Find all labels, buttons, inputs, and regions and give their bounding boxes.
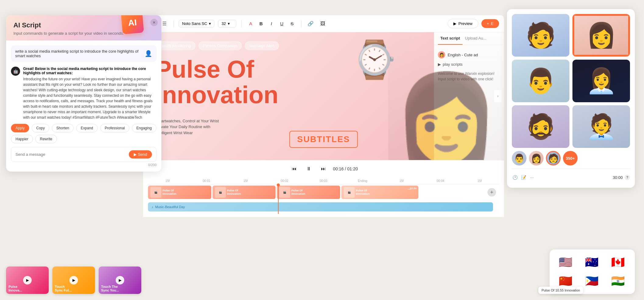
action-buttons: Apply Copy Shorten Expand Professional E…: [11, 124, 157, 143]
more-icon[interactable]: ···: [529, 174, 535, 180]
avatars-panel: 🧑 👩 👨 👩‍💼 🧔 🧑‍💼: [507, 9, 635, 188]
play-icon-sm: ▶: [453, 21, 456, 26]
avatar-mini-3[interactable]: 🧑: [546, 151, 561, 166]
ai-response-block: 🤖 Great! Below is the social media marke…: [11, 67, 157, 120]
video-main-text: Pulse Of Innovation: [155, 57, 278, 108]
happier-button[interactable]: Happier: [11, 135, 33, 143]
thumbnails-strip: ▶ PulseInnova... ▶ TouchSync Fut... ▶ To…: [6, 267, 141, 294]
clip-menu-btn[interactable]: ···: [408, 187, 411, 192]
export-button[interactable]: + E: [481, 19, 499, 28]
flag-ph[interactable]: 🇵🇭: [581, 273, 603, 289]
chevron-down-icon: ▾: [209, 21, 211, 26]
ruler-mark-1: 00:01: [187, 179, 226, 183]
engaging-button[interactable]: Engaging: [132, 124, 157, 132]
pause-button[interactable]: ⏸: [304, 164, 314, 174]
play-icon-2[interactable]: ▶: [69, 276, 78, 284]
ai-script-header: AI AI Script Input commands to generate …: [6, 15, 161, 40]
font-selector[interactable]: Noto Sans SC ▾: [179, 20, 214, 27]
avatar-card-5[interactable]: 🧔: [512, 105, 569, 148]
avatar-figure-3: 👨: [526, 67, 556, 95]
help-icon: ?: [625, 175, 630, 180]
copy-button[interactable]: Copy: [32, 124, 49, 132]
professional-button[interactable]: Professional: [100, 124, 129, 132]
clip-2[interactable]: 🎬 Pulse OfInnovation: [277, 186, 340, 199]
avatar-figure-1: 🧑: [526, 21, 556, 50]
list-tool[interactable]: ☰: [160, 19, 169, 28]
avatar-card-4[interactable]: 👩‍💼: [572, 60, 630, 102]
underline-btn[interactable]: U: [277, 19, 286, 28]
thumbnail-1[interactable]: ▶ PulseInnova...: [6, 267, 49, 294]
bold-btn[interactable]: B: [257, 19, 265, 28]
avatar-count-badge[interactable]: 350+: [563, 151, 578, 166]
ai-icon: AI: [121, 15, 144, 34]
italic-btn[interactable]: I: [267, 19, 276, 28]
subtitles-box[interactable]: SUBTITLES: [289, 131, 358, 148]
video-subtitle: Smartwatches, Control at Your Wrist Elev…: [155, 118, 219, 136]
skip-back-button[interactable]: ⏮: [289, 164, 299, 174]
send-input[interactable]: [16, 152, 126, 157]
next-arrow[interactable]: ›: [494, 90, 501, 102]
strikethrough-btn[interactable]: S: [288, 19, 296, 28]
thumb-label-2: TouchSync Fut...: [55, 285, 72, 292]
format-buttons: A B I U S: [246, 19, 296, 28]
toolbar-actions: ▶ Preview + E: [448, 19, 499, 28]
user-icon: 👤: [145, 50, 152, 57]
time-display: 00:16 / 01:20: [333, 166, 358, 171]
add-track-button[interactable]: +: [487, 188, 496, 197]
clip-label-1: Pulse OfInnovation: [227, 189, 241, 196]
char-count: 0/200: [11, 163, 157, 167]
caption-icon: 📝: [520, 174, 526, 180]
playhead[interactable]: [278, 185, 279, 214]
clip-0[interactable]: 🎬 Pulse OfInnovation: [148, 186, 211, 199]
timeline-ruler: 15f 00:01 15f 00:02 00:03 Ending 15f 00:…: [148, 177, 499, 185]
flag-au[interactable]: 🇦🇺: [581, 254, 603, 270]
music-track[interactable]: ♪ Music-Beautiful Day: [148, 202, 493, 211]
ruler-mark-7: 00:04: [421, 179, 460, 183]
response-prefix: Great! Below is the social media marketi…: [23, 67, 157, 75]
flag-ca[interactable]: 🇨🇦: [607, 254, 629, 270]
clip-1[interactable]: 🎬 Pulse OfInnovation: [213, 186, 276, 199]
video-tags: Health Monitoring Fitness Companion Mess…: [155, 41, 279, 50]
clip-3[interactable]: 🎬 Pulse OfInnovation 10.5s ···: [341, 186, 419, 199]
timeline-area: 15f 00:01 15f 00:02 00:03 Ending 15f 00:…: [143, 177, 504, 217]
ruler-mark-8: 15f: [460, 179, 499, 183]
avatar-mini-2[interactable]: 👩: [529, 151, 544, 166]
text-color-btn[interactable]: A: [246, 19, 255, 28]
avatar-card-3[interactable]: 👨: [512, 60, 569, 102]
video-track: 🎬 Pulse OfInnovation 🎬 Pulse OfInnovatio…: [148, 185, 499, 200]
thumbnail-3[interactable]: ▶ Touch TheSync You...: [99, 267, 141, 294]
flag-us[interactable]: 🇺🇸: [554, 254, 576, 270]
avatar-card-6[interactable]: 🧑‍💼: [572, 105, 630, 148]
ruler-mark-0: 15f: [148, 179, 187, 183]
expand-button[interactable]: Expand: [76, 124, 98, 132]
avatar-mini-1[interactable]: 👨: [512, 151, 526, 166]
avatar-card-1[interactable]: 🧑: [512, 14, 569, 57]
music-icon: ♪: [152, 205, 153, 209]
play-icon[interactable]: ▶: [23, 276, 32, 284]
timer-row: 🕐 📝 ··· 30:00 ?: [512, 172, 630, 183]
send-button[interactable]: ▶ Send: [129, 150, 152, 159]
apply-button[interactable]: Apply: [11, 124, 29, 132]
image-btn[interactable]: 🖼: [318, 19, 327, 28]
flag-in[interactable]: 🇮🇳: [607, 273, 629, 289]
link-btn[interactable]: 🔗: [306, 19, 315, 28]
font-size-selector[interactable]: 32 ▾: [218, 20, 236, 27]
skip-forward-button[interactable]: ⏭: [318, 164, 328, 174]
thumb-label-1: PulseInnova...: [9, 285, 22, 292]
rewrite-button[interactable]: Rewrite: [35, 135, 57, 143]
play-icon-3[interactable]: ▶: [116, 276, 124, 284]
tag-fitness: Fitness Companion: [199, 41, 242, 50]
response-body: Introducing the future on your wrist! Ha…: [23, 76, 157, 120]
timeline-clip-preview: Pulse Of 10.55 Innovation: [538, 287, 583, 294]
ruler-mark-5: Ending: [343, 179, 382, 183]
ruler-mark-4: 00:03: [304, 179, 343, 183]
avatar-card-2[interactable]: 👩: [572, 14, 630, 57]
avatars-grid: 🧑 👩 👨 👩‍💼 🧔 🧑‍💼: [512, 14, 630, 148]
thumbnail-2[interactable]: ▶ TouchSync Fut...: [52, 267, 95, 294]
shorten-button[interactable]: Shorten: [52, 124, 74, 132]
close-button[interactable]: ✕: [150, 19, 158, 26]
ruler-marks: 15f 00:01 15f 00:02 00:03 Ending 15f 00:…: [148, 179, 499, 183]
preview-button[interactable]: ▶ Preview: [448, 19, 478, 28]
timeline-tracks: 🎬 Pulse OfInnovation 🎬 Pulse OfInnovatio…: [148, 185, 499, 214]
video-title: Pulse Of Innovation: [155, 57, 278, 108]
